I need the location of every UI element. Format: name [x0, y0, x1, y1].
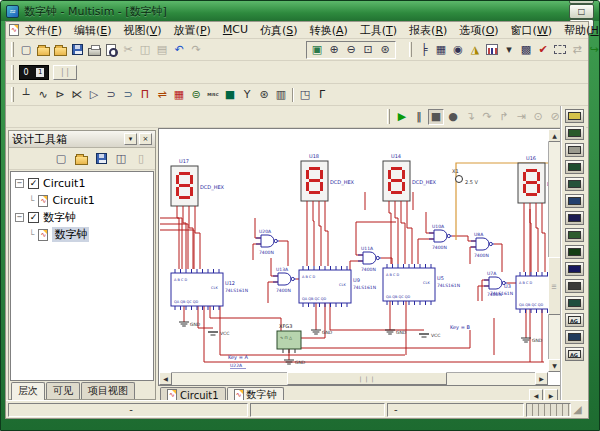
menu-F[interactable]: 文件(F) [19, 22, 68, 39]
agilent-function-generator-button[interactable]: AG [565, 313, 584, 327]
save-design-button[interactable] [93, 151, 109, 167]
zoom-fit-button[interactable]: ⊛ [377, 42, 393, 58]
capture-screen-area-button[interactable] [552, 42, 568, 58]
word-generator-button[interactable] [565, 228, 584, 242]
set-breakpoint-button[interactable]: ⊙ [530, 109, 546, 125]
maximize-button[interactable]: □ [569, 4, 594, 19]
toolbar-gripper[interactable] [11, 65, 14, 80]
step-over-button[interactable]: ↷ [479, 109, 495, 125]
basic-button[interactable]: ∿ [35, 87, 51, 103]
paste-button[interactable]: ▤ [154, 42, 170, 58]
component-U20A[interactable]: U20A7400N [256, 229, 279, 255]
new-window-button[interactable]: ◫ [113, 151, 129, 167]
mixed-button[interactable]: ⇌ [154, 87, 170, 103]
schematic-canvas[interactable]: U17DCD_HEXU18DCD_HEXU14DCD_HEXU16DCD_HEX… [158, 128, 562, 386]
stop-button[interactable]: ■ [428, 109, 444, 125]
horizontal-scroll-thumb[interactable]: ❘❘❘ [287, 372, 447, 385]
network-analyzer-button[interactable] [565, 330, 584, 344]
delete-button[interactable]: ▯ [133, 151, 149, 167]
scroll-right-button[interactable]: ▶ [535, 372, 548, 385]
bode-plotter-button[interactable] [565, 194, 584, 208]
erc-check-button[interactable]: ✔ [535, 42, 551, 58]
component-U13A[interactable]: U13A7400N [273, 267, 296, 293]
menu-T[interactable]: 工具(T) [354, 22, 403, 39]
component-U18[interactable]: U18DCD_HEX [301, 153, 355, 207]
hierarchy-button[interactable]: ╞ [416, 42, 432, 58]
cut-button[interactable]: ✂ [120, 42, 136, 58]
postprocessor-button[interactable]: ▩ [518, 42, 534, 58]
transistor-button[interactable]: ⋉ [69, 87, 85, 103]
redo-button[interactable]: ↷ [188, 42, 204, 58]
component-U14[interactable]: U14DCD_HEX [383, 153, 437, 207]
logic-converter-button[interactable] [565, 262, 584, 276]
database-manager-button[interactable]: ◉ [450, 42, 466, 58]
wattmeter-button[interactable] [565, 143, 584, 157]
tree-expander-icon[interactable]: − [15, 179, 24, 188]
toolbar-gripper[interactable] [11, 87, 14, 102]
grapher-dropdown-button[interactable]: ▾ [501, 42, 517, 58]
step-into-button[interactable]: ↴ [462, 109, 478, 125]
oscilloscope-button[interactable] [565, 160, 584, 174]
toggle-breakpoint-button[interactable]: ● [445, 109, 461, 125]
toolbar-gripper[interactable] [409, 42, 412, 57]
tree-checkbox[interactable]: ✓ [28, 212, 39, 223]
component-U12[interactable]: A B C DQA QB QC QDCLKU1274LS161N [171, 269, 248, 310]
misc-button[interactable]: MISC [205, 87, 221, 103]
toolbox-tab-层次[interactable]: 层次 [11, 382, 45, 400]
source-button[interactable]: ┴ [18, 87, 34, 103]
print-preview-button[interactable] [103, 42, 119, 58]
run-to-cursor-button[interactable]: ⇥ [513, 109, 529, 125]
menu-E[interactable]: 编辑(E) [68, 22, 118, 39]
component-U16[interactable]: U16DCD_HEX [518, 155, 550, 209]
tree-expander-icon[interactable]: − [15, 213, 24, 222]
tree-checkbox[interactable]: ✓ [28, 178, 39, 189]
misc-digital-button[interactable]: П [137, 87, 153, 103]
panel-minimize-button[interactable]: ▾ [124, 133, 137, 145]
grapher-button[interactable] [484, 42, 500, 58]
zoom-in-button[interactable]: ⊕ [326, 42, 342, 58]
toggle-fullscreen-button[interactable]: ▣ [309, 42, 325, 58]
menu-MCU[interactable]: MCU [217, 22, 254, 39]
menu-A[interactable]: 转换(A) [304, 22, 354, 39]
menu-S[interactable]: 仿真(S) [254, 22, 304, 39]
title-bar[interactable]: ≈ 数字钟 - Multisim - [数字钟] —□✕ [1, 1, 599, 21]
switch-U22A[interactable]: Key = AU22A [228, 354, 248, 369]
tree-node-Circuit1[interactable]: −✓Circuit1 [11, 175, 153, 192]
agilent-oscilloscope-button[interactable]: AG [565, 347, 584, 361]
new-schematic-button[interactable]: ▢ [53, 151, 69, 167]
four-channel-oscilloscope-button[interactable] [565, 177, 584, 191]
copy-button[interactable]: ◫ [137, 42, 153, 58]
menu-P[interactable]: 放置(P) [168, 22, 217, 39]
cmos-button[interactable]: ⊃ [120, 87, 136, 103]
hierarchical-block-button[interactable]: ◳ [297, 87, 313, 103]
circuit-drawing[interactable]: U17DCD_HEXU18DCD_HEXU14DCD_HEXU16DCD_HEX… [160, 130, 550, 372]
step-out-button[interactable]: ↱ [496, 109, 512, 125]
component-U10A[interactable]: U10A7400N [429, 224, 452, 250]
distortion-analyzer-button[interactable] [565, 296, 584, 310]
component-U9[interactable]: A B C DQA QB QC QDCLKU974LS161N [299, 266, 376, 307]
create-component-button[interactable]: ◮ [467, 42, 483, 58]
print-button[interactable] [86, 42, 102, 58]
component-U17[interactable]: U17DCD_HEX [171, 158, 225, 212]
rf-button[interactable]: Y [239, 87, 255, 103]
undo-button[interactable]: ↶ [171, 42, 187, 58]
advanced-peripherals-button[interactable]: ■ [222, 87, 238, 103]
toolbox-tab-可见[interactable]: 可见 [46, 382, 80, 399]
indicator-button[interactable]: ▦ [171, 87, 187, 103]
frequency-counter-button[interactable] [565, 211, 584, 225]
design-tree[interactable]: −✓Circuit1└∿Circuit1−✓数字钟└∿数字钟 [10, 171, 154, 381]
menu-O[interactable]: 选项(O) [453, 22, 504, 39]
open-samples-button[interactable] [52, 42, 68, 58]
multimeter-button[interactable] [565, 109, 584, 123]
save-button[interactable] [69, 42, 85, 58]
component-U8A[interactable]: U8A7400N [471, 232, 494, 258]
menu-R[interactable]: 报表(R) [403, 22, 453, 39]
design-toolbox-header[interactable]: 设计工具箱 ▾× [9, 131, 155, 148]
mcu-button[interactable]: ▥ [273, 87, 289, 103]
horizontal-scrollbar[interactable]: ◀ ❘❘❘ ▶ [159, 372, 548, 385]
component-XFG3[interactable]: ∿ ⊓ △XFG3 [277, 323, 301, 353]
menu-V[interactable]: 视图(V) [117, 22, 167, 39]
zoom-area-button[interactable]: ⊡ [360, 42, 376, 58]
minimize-button[interactable]: — [569, 0, 594, 4]
new-file-button[interactable]: ▢ [18, 42, 34, 58]
